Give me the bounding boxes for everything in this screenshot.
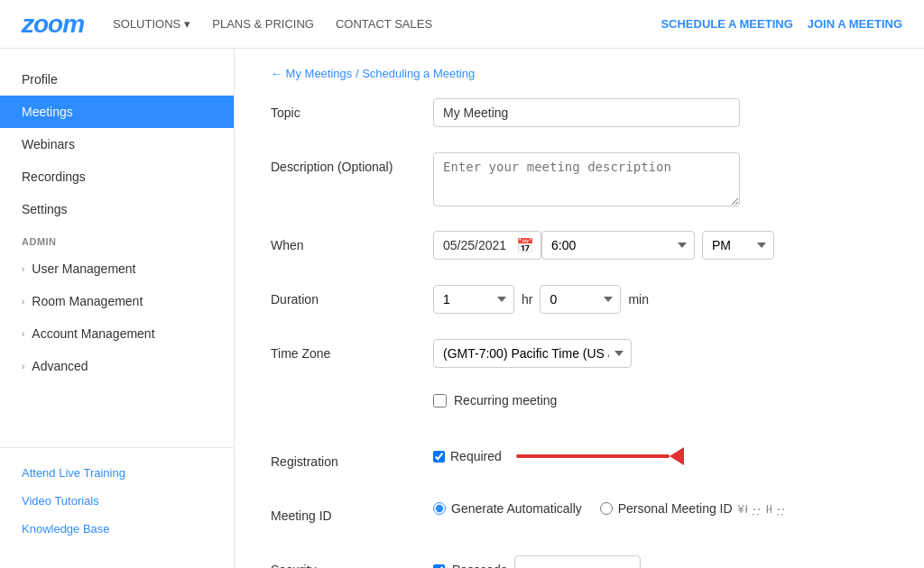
duration-min-select[interactable]: 0153045	[540, 285, 621, 314]
nav-plans[interactable]: PLANS & PRICING	[212, 17, 314, 31]
registration-row: Registration Required	[271, 447, 888, 480]
arrow-line	[516, 454, 670, 458]
recurring-checkbox[interactable]	[433, 394, 447, 408]
when-group: 📅 6:006:156:306:45 AMPM	[433, 231, 888, 260]
passcode-input[interactable]	[514, 555, 641, 568]
ampm-select[interactable]: AMPM	[702, 231, 774, 260]
recurring-checkbox-label[interactable]: Recurring meeting	[454, 393, 557, 408]
registration-group: Required	[433, 447, 888, 465]
sidebar-room-management[interactable]: › Room Management	[0, 285, 234, 317]
generate-auto-option[interactable]: Generate Automatically	[433, 501, 582, 516]
timezone-row: Time Zone (GMT-7:00) Pacific Time (US an	[271, 339, 888, 371]
meeting-id-control: Generate Automatically Personal Meeting …	[433, 501, 888, 516]
recurring-control: Recurring meeting	[433, 393, 888, 408]
sidebar-user-management[interactable]: › User Management	[0, 252, 234, 285]
registration-required-checkbox[interactable]	[433, 451, 445, 463]
hr-label: hr	[522, 292, 532, 307]
sidebar-item-webinars[interactable]: Webinars	[0, 128, 234, 160]
chevron-right-icon: ›	[22, 329, 24, 339]
sidebar-item-settings[interactable]: Settings	[0, 193, 234, 225]
security-control: Passcode Only users who have the invite …	[433, 555, 888, 568]
topic-input[interactable]	[433, 98, 740, 127]
time-select[interactable]: 6:006:156:306:45	[541, 231, 695, 260]
recurring-row: Recurring meeting	[271, 393, 888, 426]
topic-label: Topic	[271, 98, 433, 120]
sidebar-item-recordings[interactable]: Recordings	[0, 160, 234, 193]
security-group: Passcode Only users who have the invite …	[433, 555, 888, 568]
main-layout: Profile Meetings Webinars Recordings Set…	[0, 49, 924, 568]
timezone-label: Time Zone	[271, 339, 433, 361]
topic-control	[433, 98, 888, 127]
nav-solutions[interactable]: SOLUTIONS ▾	[113, 17, 190, 31]
sidebar-account-management[interactable]: › Account Management	[0, 317, 234, 350]
description-label: Description (Optional)	[271, 152, 433, 174]
schedule-meeting-button[interactable]: SCHEDULE A MEETING	[661, 17, 792, 31]
recurring-group: Recurring meeting	[433, 393, 888, 408]
when-control: 📅 6:006:156:306:45 AMPM	[433, 231, 888, 260]
registration-control: Required	[433, 447, 888, 465]
duration-control: 0123 hr 0153045 min	[433, 285, 888, 314]
nav-right: SCHEDULE A MEETING JOIN A MEETING	[661, 17, 902, 31]
passcode-label[interactable]: Passcode	[452, 563, 507, 568]
chevron-down-icon: ▾	[184, 17, 190, 31]
security-label: Security	[271, 555, 433, 568]
personal-id-masked: ¥ł ·̣·̣ łł ·̣·̣	[738, 502, 787, 516]
meeting-id-row: Meeting ID Generate Automatically Person…	[271, 501, 888, 534]
personal-meeting-radio[interactable]	[600, 502, 613, 515]
security-row: Security Passcode Only users who have th…	[271, 555, 888, 568]
timezone-control: (GMT-7:00) Pacific Time (US an	[433, 339, 888, 368]
meeting-id-group: Generate Automatically Personal Meeting …	[433, 501, 888, 516]
chevron-right-icon: ›	[22, 297, 24, 307]
nav-contact[interactable]: CONTACT SALES	[336, 17, 432, 31]
description-textarea[interactable]	[433, 152, 740, 206]
zoom-logo[interactable]: zoom	[22, 10, 84, 39]
sidebar-advanced[interactable]: › Advanced	[0, 350, 234, 382]
registration-label: Registration	[271, 447, 433, 469]
calendar-icon[interactable]: 📅	[516, 237, 534, 254]
sidebar-item-meetings[interactable]: Meetings	[0, 96, 234, 128]
passcode-checkbox[interactable]	[433, 564, 445, 569]
reg-required-group: Required	[433, 449, 502, 463]
join-meeting-button[interactable]: JOIN A MEETING	[808, 17, 902, 31]
duration-row: Duration 0123 hr 0153045 min	[271, 285, 888, 317]
knowledge-base-link[interactable]: Knowledge Base	[0, 515, 234, 543]
meeting-id-label: Meeting ID	[271, 501, 433, 523]
generate-auto-radio[interactable]	[433, 502, 446, 515]
personal-meeting-option[interactable]: Personal Meeting ID ¥ł ·̣·̣ łł ·̣·̣	[600, 501, 787, 516]
topic-row: Topic	[271, 98, 888, 131]
passcode-row: Passcode	[433, 555, 888, 568]
top-nav: zoom SOLUTIONS ▾ PLANS & PRICING CONTACT…	[0, 0, 924, 49]
video-tutorials-link[interactable]: Video Tutorials	[0, 487, 234, 515]
duration-hr-select[interactable]: 0123	[433, 285, 514, 314]
arrow-head	[670, 447, 684, 465]
recurring-label-spacer	[271, 393, 433, 400]
breadcrumb[interactable]: ← My Meetings / Scheduling a Meeting	[271, 67, 888, 80]
sidebar: Profile Meetings Webinars Recordings Set…	[0, 49, 235, 568]
admin-section-label: ADMIN	[0, 225, 234, 252]
sidebar-bottom: Attend Live Training Video Tutorials Kno…	[0, 447, 234, 554]
timezone-select[interactable]: (GMT-7:00) Pacific Time (US an	[433, 339, 632, 368]
duration-label: Duration	[271, 285, 433, 307]
description-row: Description (Optional)	[271, 152, 888, 209]
attend-live-training-link[interactable]: Attend Live Training	[0, 459, 234, 487]
main-content: ← My Meetings / Scheduling a Meeting Top…	[235, 49, 924, 568]
min-label: min	[628, 292, 649, 307]
duration-group: 0123 hr 0153045 min	[433, 285, 888, 314]
registration-required-label[interactable]: Required	[450, 449, 502, 463]
sidebar-item-profile[interactable]: Profile	[0, 63, 234, 96]
chevron-right-icon: ›	[22, 362, 24, 371]
date-input-wrap: 📅	[433, 231, 534, 260]
red-arrow-annotation	[516, 447, 697, 465]
when-label: When	[271, 231, 433, 252]
when-row: When 📅 6:006:156:306:45 AMPM	[271, 231, 888, 263]
chevron-right-icon: ›	[22, 264, 24, 274]
description-control	[433, 152, 888, 209]
nav-links: SOLUTIONS ▾ PLANS & PRICING CONTACT SALE…	[113, 17, 661, 31]
